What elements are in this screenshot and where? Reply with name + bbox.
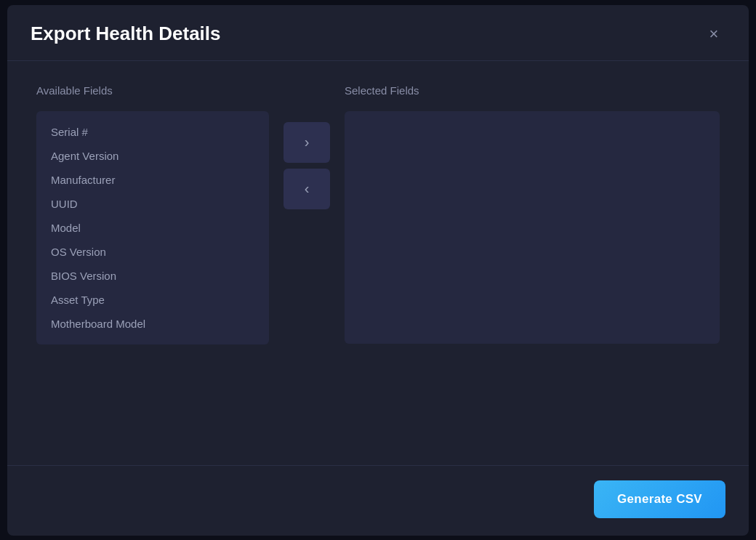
modal-body: Available Fields Serial #Agent VersionMa… [7,61,749,465]
available-fields-list: Serial #Agent VersionManufacturerUUIDMod… [36,111,269,344]
available-fields-label: Available Fields [36,84,269,97]
modal-overlay: Export Health Details × Available Fields… [0,0,756,540]
modal-title: Export Health Details [31,23,221,45]
list-item[interactable]: Motherboard Model [36,312,269,336]
list-item[interactable]: Serial # [36,120,269,144]
list-item[interactable]: Model [36,216,269,240]
close-button[interactable]: × [702,23,725,46]
available-fields-column: Available Fields Serial #Agent VersionMa… [36,84,269,344]
move-left-button[interactable]: ‹ [284,169,330,209]
transfer-buttons-area: › ‹ [269,122,345,209]
fields-section: Available Fields Serial #Agent VersionMa… [36,84,720,442]
modal-header: Export Health Details × [7,5,749,61]
list-item[interactable]: Manufacturer [36,168,269,192]
list-item[interactable]: UUID [36,192,269,216]
list-item[interactable]: Asset Type [36,288,269,312]
list-item[interactable]: BIOS Version [36,264,269,288]
list-item[interactable]: OS Version [36,240,269,264]
list-item[interactable]: Agent Version [36,144,269,168]
selected-fields-list [345,111,720,344]
selected-fields-column: Selected Fields [345,84,720,344]
arrow-left-icon: ‹ [305,180,310,197]
modal-footer: Generate CSV [7,465,749,536]
arrow-right-icon: › [305,134,310,150]
generate-csv-button[interactable]: Generate CSV [594,480,725,518]
move-right-button[interactable]: › [284,122,330,163]
selected-fields-label: Selected Fields [345,84,720,97]
modal-container: Export Health Details × Available Fields… [7,5,749,536]
